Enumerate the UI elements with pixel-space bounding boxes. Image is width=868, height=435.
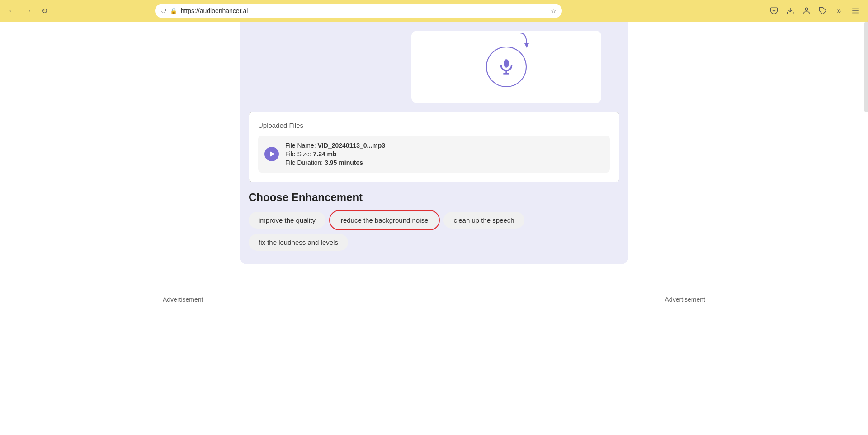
microphone-icon [497, 58, 515, 76]
address-bar[interactable]: 🛡 🔒 https://audioenhancer.ai ☆ [155, 4, 562, 18]
lock-icon: 🔒 [170, 8, 177, 14]
file-name-label: File Name: [285, 142, 316, 149]
file-size-label: File Size: [285, 150, 311, 158]
uploaded-files-section: Uploaded Files File Name: VID_20240113_0… [249, 112, 619, 182]
url-text[interactable]: https://audioenhancer.ai [181, 7, 547, 14]
mic-area [240, 22, 628, 112]
toolbar-right: » [767, 4, 863, 18]
page-content: Uploaded Files File Name: VID_20240113_0… [0, 22, 868, 317]
choose-enhancement-title: Choose Enhancement [249, 191, 619, 204]
file-details: File Name: VID_20240113_0...mp3 File Siz… [285, 142, 385, 166]
shield-icon: 🛡 [160, 8, 166, 14]
enhancement-options: improve the quality reduce the backgroun… [249, 212, 619, 251]
uploaded-files-label: Uploaded Files [258, 122, 610, 129]
choose-enhancement-section: Choose Enhancement improve the quality r… [249, 191, 619, 251]
reduce-background-noise-button[interactable]: reduce the background noise [331, 212, 438, 229]
play-triangle-icon [270, 151, 275, 157]
file-duration-label: File Duration: [285, 159, 323, 166]
mic-arrow-svg [511, 31, 533, 49]
menu-button[interactable] [848, 4, 863, 18]
mic-circle [486, 47, 527, 87]
play-button[interactable] [264, 147, 279, 161]
file-name-value: VID_20240113_0...mp3 [318, 142, 385, 149]
mic-wrapper [486, 47, 527, 87]
reload-button[interactable]: ↻ [38, 5, 51, 17]
forward-button[interactable]: → [22, 5, 34, 17]
extensions-button[interactable] [816, 4, 830, 18]
advertisement-right: Advertisement [665, 296, 705, 303]
file-name-line: File Name: VID_20240113_0...mp3 [285, 142, 385, 149]
clean-up-speech-button[interactable]: clean up the speech [443, 212, 524, 229]
mic-section [411, 31, 601, 103]
svg-point-1 [805, 8, 808, 10]
more-tools-button[interactable]: » [832, 4, 846, 18]
file-size-value: 7.24 mb [313, 150, 336, 158]
browser-chrome: ← → ↻ 🛡 🔒 https://audioenhancer.ai ☆ » [0, 0, 868, 22]
advertisement-section: Advertisement Advertisement [0, 282, 868, 317]
upper-section: Uploaded Files File Name: VID_20240113_0… [0, 22, 868, 264]
svg-marker-6 [524, 43, 529, 48]
main-container: Uploaded Files File Name: VID_20240113_0… [240, 22, 628, 264]
file-duration-value: 3.95 minutes [325, 159, 363, 166]
account-button[interactable] [799, 4, 814, 18]
bookmark-icon[interactable]: ☆ [551, 7, 557, 14]
downloads-button[interactable] [783, 4, 797, 18]
svg-rect-7 [504, 59, 509, 67]
file-item: File Name: VID_20240113_0...mp3 File Siz… [258, 136, 610, 173]
fix-loudness-button[interactable]: fix the loudness and levels [249, 234, 348, 251]
scrollbar[interactable] [864, 22, 868, 112]
back-button[interactable]: ← [5, 5, 18, 17]
improve-quality-button[interactable]: improve the quality [249, 212, 326, 229]
file-duration-line: File Duration: 3.95 minutes [285, 159, 385, 166]
pocket-button[interactable] [767, 4, 781, 18]
advertisement-left: Advertisement [163, 296, 203, 303]
file-size-line: File Size: 7.24 mb [285, 150, 385, 158]
